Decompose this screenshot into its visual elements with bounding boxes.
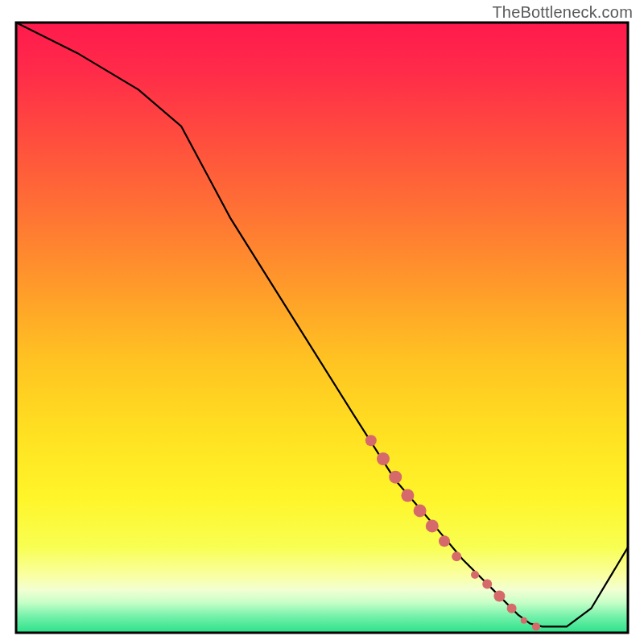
chart-container: TheBottleneck.com [0, 0, 644, 644]
chart-marker [507, 604, 517, 613]
chart-marker [377, 452, 390, 465]
chart-marker [389, 471, 402, 484]
chart-marker [482, 579, 492, 588]
chart-marker [401, 489, 414, 502]
plot-background [16, 23, 628, 633]
chart-marker [532, 622, 540, 630]
chart-marker [493, 591, 505, 602]
chart-marker [521, 617, 527, 624]
bottleneck-chart [0, 0, 644, 644]
chart-marker [471, 571, 479, 579]
chart-marker [426, 519, 439, 532]
chart-marker [439, 535, 450, 547]
watermark-text: TheBottleneck.com [492, 3, 633, 22]
chart-marker [365, 435, 377, 446]
chart-marker [414, 504, 427, 517]
chart-marker [452, 551, 461, 561]
